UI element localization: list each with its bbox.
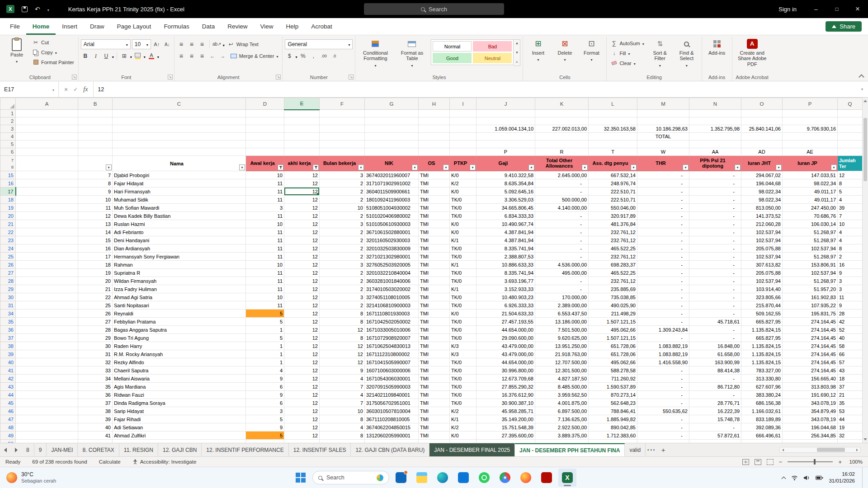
header-cell-K[interactable]: Total Other Allowances xyxy=(535,156,589,171)
cell[interactable] xyxy=(419,141,450,148)
column-header-E[interactable]: E xyxy=(284,98,320,110)
cell[interactable]: 102.537,94 xyxy=(741,277,783,285)
cell[interactable]: K/3 xyxy=(450,342,476,350)
cell[interactable] xyxy=(450,125,476,133)
cell[interactable]: 274.164,45 xyxy=(783,342,838,350)
cell[interactable]: 1.135.824,15 xyxy=(741,358,783,366)
cell[interactable]: 3271021302980001 xyxy=(365,253,419,261)
cell[interactable]: 1671110801930003 xyxy=(365,310,419,318)
cell[interactable]: 274.164,45 xyxy=(783,318,838,326)
cell[interactable]: 256.344,85 xyxy=(783,432,838,440)
cell[interactable]: 3.693.196,77 xyxy=(476,277,535,285)
cell[interactable] xyxy=(16,342,78,350)
alignment-dialog-launcher[interactable] xyxy=(276,75,281,80)
cell[interactable]: 5.092.645,16 xyxy=(476,188,535,196)
cell[interactable]: 7 xyxy=(78,171,113,179)
cell[interactable]: 27.457.193,55 xyxy=(476,318,535,326)
filter-icon[interactable] xyxy=(443,164,449,170)
cell[interactable]: Santi Nopitasari xyxy=(113,301,246,310)
cell[interactable]: 3201032503830009 xyxy=(365,244,419,253)
header-cell-I[interactable]: PTKP xyxy=(450,156,476,171)
cell[interactable] xyxy=(16,326,78,334)
cell[interactable]: 1.885.949,82 xyxy=(589,415,637,423)
cell[interactable]: 12 xyxy=(78,212,113,220)
cell[interactable]: 12 xyxy=(320,342,365,350)
ribbon-tab-acrobat[interactable]: Acrobat xyxy=(305,18,339,35)
cell[interactable]: 4 xyxy=(320,391,365,399)
cell[interactable]: 36 xyxy=(78,391,113,399)
cell-style-good[interactable]: Good xyxy=(433,53,472,63)
cell[interactable]: 227.002.013,00 xyxy=(535,125,589,133)
sheet-tab-8-coretax[interactable]: 8. CORETAX xyxy=(78,443,119,456)
cell[interactable]: 12 xyxy=(284,399,320,407)
cell[interactable]: 490.025,90 xyxy=(589,301,637,310)
column-header-I[interactable]: I xyxy=(450,98,476,110)
filter-icon[interactable] xyxy=(470,164,476,170)
cell[interactable]: 8 xyxy=(320,432,365,440)
sheet-tab-8[interactable]: 8 xyxy=(22,443,34,456)
cell[interactable]: 788.846,41 xyxy=(589,407,637,415)
cell[interactable]: 57 xyxy=(838,358,863,366)
battery-icon[interactable] xyxy=(816,475,823,480)
cell[interactable]: Muhamad Sidik xyxy=(113,196,246,204)
filter-icon[interactable] xyxy=(582,164,588,170)
qat-customize-icon[interactable] xyxy=(47,5,49,13)
cell[interactable]: 12 xyxy=(284,326,320,334)
cell[interactable]: 3201032210840004 xyxy=(365,269,419,277)
cell[interactable]: - xyxy=(637,204,689,212)
cell[interactable]: TK/0 xyxy=(450,318,476,326)
cell[interactable] xyxy=(16,204,78,212)
cell[interactable] xyxy=(419,148,450,156)
cell[interactable] xyxy=(365,125,419,133)
cell[interactable]: 57.872,61 xyxy=(689,432,741,440)
cell[interactable]: 1607100603000006 xyxy=(365,366,419,375)
cell[interactable]: Fajar Hidayat xyxy=(113,179,246,188)
cell[interactable]: - xyxy=(637,293,689,301)
ribbon-tab-page-layout[interactable]: Page Layout xyxy=(111,18,158,35)
cell[interactable] xyxy=(78,141,113,148)
cell[interactable]: 107.935,22 xyxy=(783,301,838,310)
cell[interactable]: TK/0 xyxy=(450,196,476,204)
cell[interactable] xyxy=(450,133,476,141)
cell[interactable]: - xyxy=(637,432,689,440)
cell[interactable]: 7 xyxy=(838,212,863,220)
cell[interactable]: 35.149.200,00 xyxy=(476,415,535,423)
cell[interactable]: TMI xyxy=(419,350,450,358)
cell[interactable]: 20 xyxy=(78,277,113,285)
cell[interactable]: 34 xyxy=(78,375,113,383)
cell[interactable]: TMI xyxy=(419,358,450,366)
cell[interactable]: Dian Ardiansyah xyxy=(113,244,246,253)
cell[interactable] xyxy=(16,350,78,358)
taskbar-search-box[interactable]: Search xyxy=(312,471,389,484)
cell[interactable]: 354.879,49 xyxy=(783,407,838,415)
filter-icon[interactable] xyxy=(776,164,782,170)
cell[interactable]: 686.156,38 xyxy=(741,399,783,407)
cell[interactable]: 4 xyxy=(838,236,863,244)
cell[interactable]: - xyxy=(637,318,689,326)
vertical-scrollbar[interactable] xyxy=(862,98,868,443)
header-cell-Q[interactable]: Jumlah Ter xyxy=(838,156,863,171)
increase-font-button[interactable] xyxy=(152,40,161,49)
cell[interactable] xyxy=(16,375,78,383)
cell[interactable]: - xyxy=(535,285,589,293)
row-header-5[interactable]: 5 xyxy=(0,141,16,148)
column-header-F[interactable]: F xyxy=(320,98,365,110)
cell[interactable]: 465.522,25 xyxy=(589,269,637,277)
sheet-nav-left-icon[interactable] xyxy=(0,443,11,456)
cell[interactable]: K/3 xyxy=(450,350,476,358)
cell[interactable] xyxy=(838,133,863,141)
cell[interactable]: - xyxy=(637,423,689,432)
cell[interactable]: 651.728,06 xyxy=(589,342,637,350)
cell[interactable]: TK/0 xyxy=(450,334,476,342)
cell[interactable] xyxy=(476,110,535,117)
cell[interactable]: TMI xyxy=(419,212,450,220)
cell[interactable] xyxy=(78,110,113,117)
wrap-text-button[interactable]: Wrap Text xyxy=(226,39,260,49)
cell[interactable]: TMI xyxy=(419,261,450,269)
cell[interactable]: Febbylian Pratama xyxy=(113,318,246,326)
cell[interactable]: - xyxy=(535,244,589,253)
cell[interactable]: 9 xyxy=(838,269,863,277)
cell[interactable]: K/2 xyxy=(450,407,476,415)
cell[interactable]: 3 xyxy=(320,171,365,179)
font-dialog-launcher[interactable] xyxy=(168,75,173,80)
